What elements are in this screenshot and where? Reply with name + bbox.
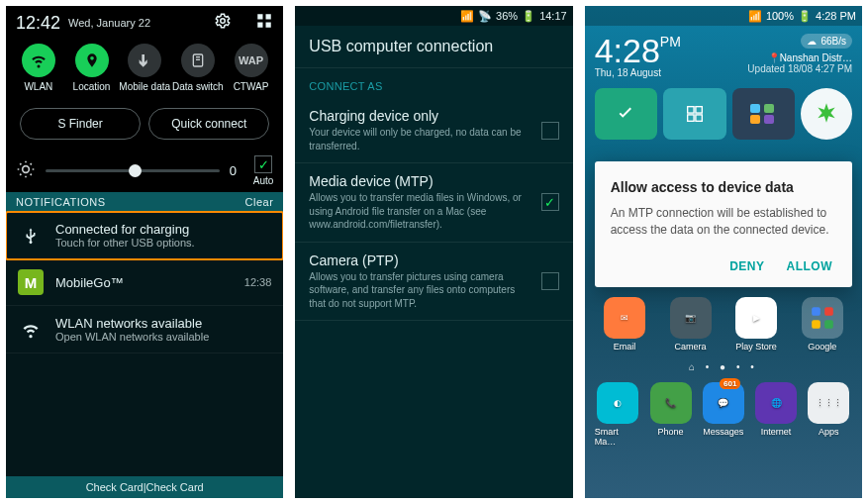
widget-2[interactable] — [663, 88, 725, 140]
status-bar: 12:42 Wed, January 22 — [6, 6, 283, 40]
clear-button[interactable]: Clear — [245, 196, 274, 208]
svg-point-8 — [23, 165, 30, 172]
app-label: Google — [808, 342, 836, 352]
option-desc: Allows you to transfer media files in Wi… — [309, 191, 530, 232]
toggle-label: Location — [73, 81, 111, 92]
svg-rect-16 — [764, 115, 774, 124]
brightness-icon — [16, 159, 36, 183]
quick-toggles: WLAN Location Mobile data Data switch WA… — [6, 40, 283, 102]
home-date: Thu, 18 August — [595, 67, 681, 78]
notification-mobilego[interactable]: M MobileGo™ 12:38 — [6, 259, 283, 306]
auto-brightness-checkbox[interactable]: ✓ — [254, 155, 272, 173]
app-email[interactable]: ✉Email — [595, 297, 655, 352]
checkbox-checked[interactable]: ✓ — [541, 193, 559, 211]
mtp-dialog: Allow access to device data An MTP conne… — [595, 161, 852, 287]
app-label: Smart Ma… — [595, 427, 641, 447]
widget-folder[interactable] — [732, 88, 795, 140]
deny-button[interactable]: DENY — [729, 259, 764, 273]
app-label: Email — [614, 342, 636, 352]
footer-bar[interactable]: Check Card|Check Card — [6, 476, 283, 498]
page-title: USB computer connection — [295, 26, 572, 68]
svg-point-0 — [221, 18, 226, 23]
svg-rect-15 — [750, 115, 760, 124]
svg-rect-19 — [812, 320, 820, 329]
quick-connect-button[interactable]: Quick connect — [148, 108, 269, 140]
dock-phone[interactable]: 📞Phone — [647, 382, 694, 447]
toggle-ctwap[interactable]: WAP CTWAP — [225, 44, 278, 92]
notification-subtitle: Touch for other USB options. — [55, 237, 271, 249]
toggle-location[interactable]: Location — [65, 44, 119, 92]
svg-rect-18 — [824, 307, 833, 316]
checkbox[interactable] — [541, 122, 559, 140]
badge: 601 — [720, 378, 740, 389]
settings-icon[interactable] — [202, 12, 232, 35]
status-bar: 📶 📡 36% 🔋 14:17 — [295, 6, 572, 26]
option-title: Media device (MTP) — [309, 173, 530, 189]
screen-notification-shade: 12:42 Wed, January 22 WLAN Location Mobi… — [6, 6, 283, 498]
page-indicator[interactable]: ⌂ • ● • • — [585, 357, 862, 376]
usb-icon — [18, 223, 44, 249]
dock-smart-manager[interactable]: ◐Smart Ma… — [595, 382, 641, 447]
dialog-body: An MTP connection will be established to… — [611, 205, 836, 240]
dock-internet[interactable]: 🌐Internet — [752, 382, 799, 447]
app-google-folder[interactable]: Google — [792, 297, 852, 352]
option-charging-only[interactable]: Charging device only Your device will on… — [295, 98, 572, 163]
dock-apps[interactable]: ⋮⋮⋮Apps — [806, 382, 852, 447]
notification-subtitle: Open WLAN networks available — [55, 331, 271, 343]
allow-button[interactable]: ALLOW — [786, 259, 832, 273]
app-label: Messages — [703, 427, 743, 437]
svg-rect-2 — [266, 14, 271, 19]
notification-wlan[interactable]: WLAN networks available Open WLAN networ… — [6, 306, 283, 353]
battery-percent: 36% — [496, 10, 518, 22]
status-date: Wed, January 22 — [68, 17, 202, 29]
notification-title: WLAN networks available — [55, 316, 271, 331]
toggle-label: CTWAP — [234, 81, 269, 92]
svg-rect-20 — [824, 320, 833, 329]
section-header: CONNECT AS — [295, 68, 572, 98]
brightness-slider[interactable] — [46, 169, 220, 172]
option-mtp[interactable]: Media device (MTP) Allows you to transfe… — [295, 163, 572, 243]
svg-rect-1 — [258, 14, 263, 19]
svg-rect-3 — [258, 22, 263, 27]
toggle-data-switch[interactable]: Data switch — [171, 44, 225, 92]
app-play-store[interactable]: ▶Play Store — [726, 297, 787, 352]
option-desc: Allows you to transfer pictures using ca… — [309, 270, 530, 311]
weather-updated: Updated 18/08 4:27 PM — [747, 63, 852, 74]
dock-messages[interactable]: 601💬Messages — [700, 382, 746, 447]
app-camera[interactable]: 📷Camera — [660, 297, 721, 352]
signal-icon: 📶 — [460, 10, 474, 23]
s-finder-button[interactable]: S Finder — [20, 108, 141, 140]
option-desc: Your device will only be charged, no dat… — [309, 126, 530, 152]
home-clock: 4:28 — [595, 32, 660, 69]
svg-rect-13 — [750, 104, 760, 113]
screen-usb-settings: 📶 📡 36% 🔋 14:17 USB computer connection … — [295, 6, 572, 498]
panel-grid-icon[interactable] — [243, 12, 273, 35]
home-header: 4:28PM Thu, 18 August ☁66B/s 📍Nanshan Di… — [585, 26, 862, 82]
dialog-title: Allow access to device data — [611, 179, 836, 195]
app-label: Apps — [819, 427, 839, 437]
widget-boost[interactable] — [801, 88, 852, 140]
svg-rect-9 — [687, 107, 693, 113]
svg-rect-4 — [266, 22, 271, 27]
option-ptp[interactable]: Camera (PTP) Allows you to transfer pict… — [295, 243, 572, 322]
checkbox[interactable] — [541, 272, 559, 290]
toggle-label: Mobile data — [119, 81, 170, 92]
auto-label: Auto — [253, 175, 274, 186]
notification-time: 12:38 — [244, 276, 272, 288]
weather-location[interactable]: 📍Nanshan Distr… — [747, 52, 852, 63]
option-title: Charging device only — [309, 108, 530, 124]
dock: ◐Smart Ma… 📞Phone 601💬Messages 🌐Internet… — [585, 376, 862, 456]
quick-buttons: S Finder Quick connect — [6, 102, 283, 150]
toggle-wlan[interactable]: WLAN — [12, 44, 65, 92]
wifi-icon: 📡 — [478, 10, 492, 23]
notification-usb[interactable]: Connected for charging Touch for other U… — [6, 212, 283, 259]
screen-home-dialog: 📶 100% 🔋 4:28 PM 4:28PM Thu, 18 August ☁… — [585, 6, 862, 498]
transfer-rate: ☁66B/s — [801, 34, 852, 49]
toggle-label: WLAN — [24, 81, 52, 92]
toggle-mobile-data[interactable]: Mobile data — [118, 44, 171, 92]
widget-1[interactable] — [595, 88, 657, 140]
toggle-label: Data switch — [172, 81, 224, 92]
battery-icon: 🔋 — [522, 10, 535, 23]
widget-row — [585, 82, 862, 146]
notification-title: MobileGo™ — [55, 275, 233, 290]
